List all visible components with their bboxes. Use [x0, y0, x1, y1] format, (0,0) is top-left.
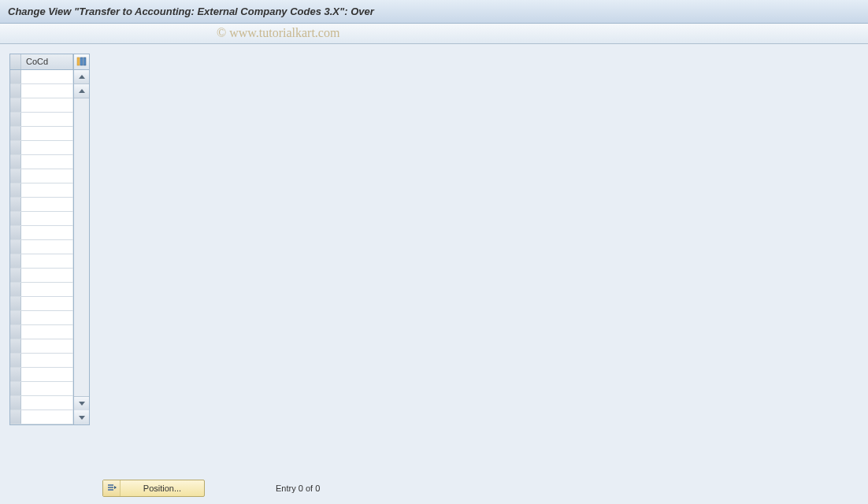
page-title: Change View "Transfer to Accounting: Ext…: [8, 6, 374, 17]
row-selector[interactable]: [10, 198, 21, 211]
cell-cocd[interactable]: [21, 169, 73, 183]
table-row[interactable]: [10, 311, 73, 325]
cell-cocd[interactable]: [21, 240, 73, 254]
table-row[interactable]: [10, 70, 73, 84]
chevron-down-icon: [79, 402, 85, 406]
cell-cocd[interactable]: [21, 368, 73, 381]
table-row[interactable]: [10, 368, 73, 382]
cell-cocd[interactable]: [21, 410, 73, 424]
cell-cocd[interactable]: [21, 127, 73, 140]
row-selector[interactable]: [10, 141, 21, 154]
table-scrollbar-column: [73, 54, 89, 424]
row-selector[interactable]: [10, 354, 21, 367]
table-row[interactable]: [10, 297, 73, 311]
cell-cocd[interactable]: [21, 198, 73, 211]
row-selector[interactable]: [10, 311, 21, 324]
cell-cocd[interactable]: [21, 254, 73, 268]
scroll-down-step-button[interactable]: [74, 396, 89, 410]
table-row[interactable]: [10, 354, 73, 368]
cell-cocd[interactable]: [21, 297, 73, 310]
row-selector[interactable]: [10, 254, 21, 268]
entry-count-text: Entry 0 of 0: [276, 484, 320, 493]
cell-cocd[interactable]: [21, 84, 73, 98]
row-selector[interactable]: [10, 226, 21, 239]
cell-cocd[interactable]: [21, 98, 73, 112]
position-button-label: Position...: [121, 484, 204, 493]
row-selector[interactable]: [10, 368, 21, 381]
row-selector[interactable]: [10, 396, 21, 410]
row-selector[interactable]: [10, 113, 21, 126]
scrollbar-track[interactable]: [74, 98, 89, 396]
row-selector[interactable]: [10, 297, 21, 310]
scroll-up-step-button[interactable]: [74, 84, 89, 98]
cell-cocd[interactable]: [21, 212, 73, 225]
table-row[interactable]: [10, 382, 73, 396]
cell-cocd[interactable]: [21, 396, 73, 410]
cell-cocd[interactable]: [21, 382, 73, 395]
chevron-up-icon: [79, 89, 85, 93]
row-selector[interactable]: [10, 382, 21, 395]
cell-cocd[interactable]: [21, 155, 73, 169]
table-row[interactable]: [10, 240, 73, 254]
scroll-up-button[interactable]: [74, 70, 89, 84]
table-row[interactable]: [10, 325, 73, 339]
table-row[interactable]: [10, 98, 73, 113]
table-row[interactable]: [10, 269, 73, 283]
cell-cocd[interactable]: [21, 339, 73, 353]
table-row[interactable]: [10, 283, 73, 297]
cell-cocd[interactable]: [21, 226, 73, 239]
row-selector[interactable]: [10, 84, 21, 98]
column-header-cocd[interactable]: CoCd: [21, 54, 73, 69]
position-icon: [107, 483, 117, 494]
row-selector[interactable]: [10, 155, 21, 169]
position-icon-box: [103, 480, 121, 496]
row-selector[interactable]: [10, 169, 21, 183]
table-row[interactable]: [10, 141, 73, 155]
row-selector[interactable]: [10, 70, 21, 83]
table-settings-icon: [76, 57, 87, 68]
row-selector[interactable]: [10, 240, 21, 254]
table-row[interactable]: [10, 410, 73, 424]
data-table: CoCd: [9, 54, 90, 425]
table-row[interactable]: [10, 84, 73, 98]
table-row[interactable]: [10, 113, 73, 127]
row-selector[interactable]: [10, 269, 21, 282]
table-row[interactable]: [10, 254, 73, 269]
row-selector[interactable]: [10, 410, 21, 424]
row-selector[interactable]: [10, 183, 21, 197]
cell-cocd[interactable]: [21, 70, 73, 83]
cell-cocd[interactable]: [21, 183, 73, 197]
cell-cocd[interactable]: [21, 311, 73, 324]
table-body: [10, 70, 73, 424]
cell-cocd[interactable]: [21, 325, 73, 339]
position-button[interactable]: Position...: [102, 480, 205, 497]
cell-cocd[interactable]: [21, 141, 73, 154]
chevron-up-icon: [79, 75, 85, 79]
svg-rect-1: [80, 57, 83, 65]
table-row[interactable]: [10, 183, 73, 198]
svg-rect-4: [108, 487, 113, 488]
cell-cocd[interactable]: [21, 113, 73, 126]
row-selector[interactable]: [10, 98, 21, 112]
table-row[interactable]: [10, 396, 73, 410]
table-row[interactable]: [10, 339, 73, 354]
row-selector[interactable]: [10, 212, 21, 225]
cell-cocd[interactable]: [21, 354, 73, 367]
scroll-down-button[interactable]: [74, 410, 89, 424]
select-all-header[interactable]: [10, 54, 21, 69]
table-row[interactable]: [10, 169, 73, 183]
row-selector[interactable]: [10, 325, 21, 339]
cell-cocd[interactable]: [21, 269, 73, 282]
table-row[interactable]: [10, 226, 73, 240]
table-row[interactable]: [10, 155, 73, 169]
title-bar: Change View "Transfer to Accounting: Ext…: [0, 0, 868, 24]
svg-rect-0: [77, 57, 80, 65]
row-selector[interactable]: [10, 339, 21, 353]
table-row[interactable]: [10, 127, 73, 141]
cell-cocd[interactable]: [21, 283, 73, 296]
table-settings-button[interactable]: [74, 54, 89, 70]
table-row[interactable]: [10, 212, 73, 226]
table-row[interactable]: [10, 198, 73, 212]
row-selector[interactable]: [10, 283, 21, 296]
row-selector[interactable]: [10, 127, 21, 140]
